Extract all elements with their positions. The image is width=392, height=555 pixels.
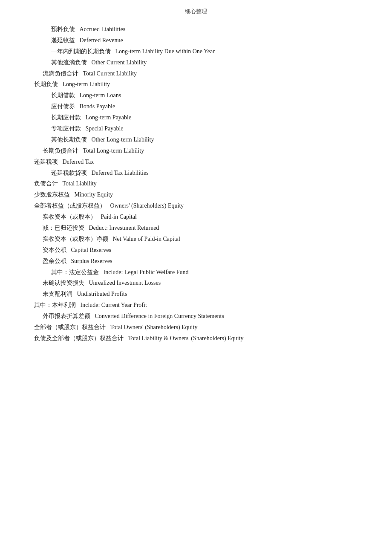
list-item: 全部者（或股东）权益合计 Total Owners' (Shareholders… [34,322,358,333]
list-item: 其他长期负债 Other Long-term Liability [34,134,358,145]
list-item: 负债及全部者（或股东）权益合计 Total Liability & Owners… [34,333,358,344]
list-item: 递延收益 Deferred Revenue [34,35,358,46]
list-item: 长期负债 Long-term Liability [34,79,358,90]
list-item: 长期负债合计 Total Long-term Liability [34,145,358,156]
list-item: 其中：法定公益金 Include: Legal Public Welfare F… [34,267,358,278]
list-item: 减：已归还投资 Deduct: Investment Returned [34,223,358,234]
list-item: 长期应付款 Long-term Payable [34,112,358,123]
list-item: 实收资本（或股本） Paid-in Capital [34,211,358,223]
list-item: 其他流滴负债 Other Current Liability [34,57,358,68]
list-item: 专项应付款 Special Payable [34,123,358,134]
list-item: 少数股东权益 Minority Equity [34,189,358,200]
list-item: 未支配利润 Undistributed Profits [34,289,358,300]
page-header: 细心整理 [0,0,392,20]
list-item: 盈余公积 Surplus Reserves [34,256,358,267]
list-item: 未确认投资损失 Unrealized Investment Losses [34,278,358,289]
list-item: 资本公积 Capital Reserves [34,245,358,256]
list-item: 一年内到期的长期负债 Long-term Liability Due withi… [34,46,358,57]
list-item: 其中：本年利润 Include: Current Year Profit [34,300,358,311]
list-item: 负债合计 Total Liability [34,178,358,189]
list-item: 长期借款 Long-term Loans [34,90,358,101]
list-item: 预料负债 Accrued Liabilities [34,24,358,35]
content-area: 预料负债 Accrued Liabilities递延收益 Deferred Re… [0,20,392,361]
list-item: 实收资本（或股本）净额 Net Value of Paid-in Capital [34,234,358,245]
list-item: 递延税款贷项 Deferred Tax Liabilities [34,168,358,179]
list-item: 流滴负债合计 Total Current Liability [34,68,358,79]
list-item: 递延税项 Deferred Tax [34,156,358,168]
list-item: 应付债券 Bonds Payable [34,101,358,112]
header-title: 细心整理 [185,8,207,14]
list-item: 全部者权益（或股东权益） Owners' (Shareholders) Equi… [34,200,358,211]
list-item: 外币报表折算差额 Converted Difference in Foreign… [34,311,358,322]
